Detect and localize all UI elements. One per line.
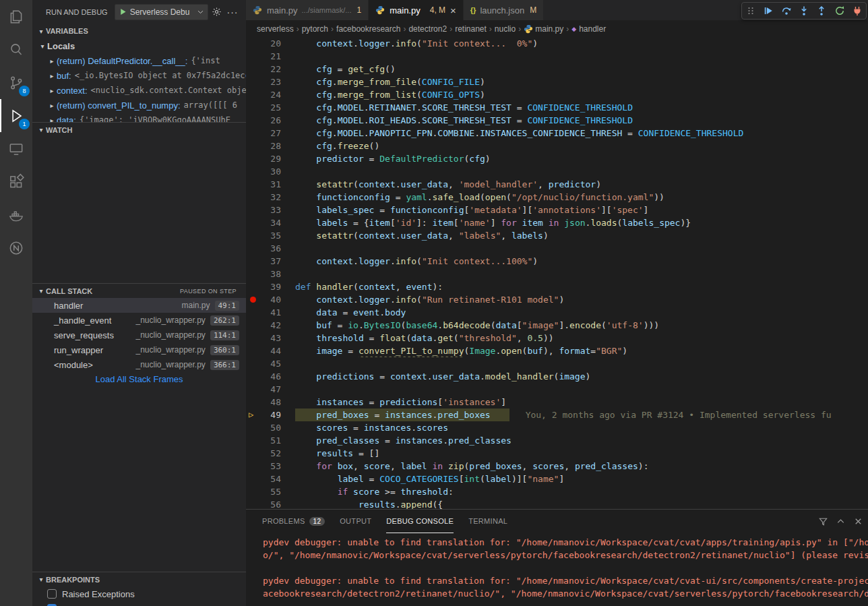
code-line[interactable]: 50 scores = instances.scores [246, 421, 868, 434]
step-over-button[interactable] [778, 3, 795, 18]
nuclio-extension-icon[interactable] [0, 231, 32, 264]
gutter-glyph-margin[interactable] [246, 370, 261, 383]
restart-button[interactable] [832, 3, 848, 18]
line-number[interactable]: 33 [261, 204, 281, 216]
gutter-glyph-margin[interactable] [246, 498, 261, 509]
gutter-glyph-margin[interactable] [246, 421, 261, 434]
code-line[interactable]: 41 data = event.body [246, 306, 868, 319]
code-line[interactable]: 31 setattr(context.user_data, 'model_han… [246, 178, 868, 191]
line-number[interactable]: 46 [261, 370, 281, 383]
line-number[interactable]: 52 [261, 447, 281, 460]
gutter-glyph-margin[interactable] [246, 229, 261, 242]
stack-frame[interactable]: serve_requests_nuclio_wrapper.py114:1 [32, 328, 246, 342]
code-line[interactable]: 55 if score >= threshold: [246, 485, 868, 498]
remote-explorer-icon[interactable] [0, 132, 32, 165]
code-line[interactable]: 39def handler(context, event): [246, 280, 868, 293]
line-number[interactable]: 55 [261, 485, 281, 498]
gutter-glyph-margin[interactable] [246, 255, 261, 268]
more-actions-icon[interactable]: ··· [224, 4, 241, 20]
code-line[interactable]: 45 [246, 357, 868, 370]
line-number[interactable]: 21 [261, 50, 281, 63]
line-number[interactable]: 22 [261, 63, 281, 75]
code-line[interactable]: 29 predictor = DefaultPredictor(cfg) [246, 152, 868, 165]
code-line[interactable]: 34 labels = {item['id']: item['name'] fo… [246, 216, 868, 229]
line-number[interactable]: 36 [261, 242, 281, 255]
variable-row[interactable]: ▸buf:<_io.BytesIO object at 0x7f5a2dc1ec… [32, 68, 246, 83]
stack-frame[interactable]: _handle_event_nuclio_wrapper.py262:1 [32, 313, 246, 328]
code-editor[interactable]: 20 context.logger.info("Init context... … [246, 37, 868, 509]
breadcrumb-item[interactable]: ◆handler [571, 24, 606, 34]
load-all-stack-frames-link[interactable]: Load All Stack Frames [32, 372, 246, 387]
line-number[interactable]: 38 [261, 268, 281, 280]
code-line[interactable]: 33 labels_spec = functionconfig['metadat… [246, 204, 868, 216]
gutter-glyph-margin[interactable] [246, 75, 261, 88]
gutter-glyph-margin[interactable] [246, 332, 261, 344]
gutter-glyph-margin[interactable] [246, 460, 261, 473]
code-line[interactable]: 52 results = [] [246, 447, 868, 460]
breakpoint-option[interactable]: ✓Uncaught Exceptions [32, 601, 246, 606]
gutter-glyph-margin[interactable] [246, 191, 261, 204]
code-line[interactable]: 23 cfg.merge_from_file(CONFIG_FILE) [246, 75, 868, 88]
code-line[interactable]: ▷49 pred_boxes = instances.pred_boxesYou… [246, 408, 868, 421]
line-number[interactable]: 27 [261, 127, 281, 140]
gutter-glyph-margin[interactable] [246, 319, 261, 332]
variables-scope-locals[interactable]: ▾Locals [32, 38, 246, 53]
gutter-glyph-margin[interactable] [246, 50, 261, 63]
tab-problems[interactable]: PROBLEMS 12 [262, 510, 325, 533]
close-icon[interactable]: × [450, 5, 456, 16]
line-number[interactable]: 20 [261, 37, 281, 50]
variable-row[interactable]: ▸(return) convert_PIL_to_numpy:array([[[… [32, 98, 246, 113]
variable-row[interactable]: ▸(return) DefaultPredictor.__call__:{'in… [32, 53, 246, 68]
search-icon[interactable] [0, 33, 32, 66]
variable-row[interactable]: ▸data:{'image': 'iVBORw0KGgoAAAANSUhE [32, 113, 246, 122]
line-number[interactable]: 48 [261, 396, 281, 408]
checkbox[interactable] [47, 589, 57, 599]
gutter-glyph-margin[interactable] [246, 447, 261, 460]
code-line[interactable]: 26 cfg.MODEL.ROI_HEADS.SCORE_THRESH_TEST… [246, 114, 868, 127]
section-header-call-stack[interactable]: ▾ CALL STACK PAUSED ON STEP [32, 283, 246, 298]
gutter-glyph-margin[interactable] [246, 88, 261, 101]
step-into-button[interactable] [796, 3, 812, 18]
gutter-glyph-margin[interactable] [246, 293, 261, 306]
disconnect-button[interactable] [849, 3, 865, 18]
line-number[interactable]: 41 [261, 306, 281, 319]
breadcrumb-item[interactable]: nuclio [495, 24, 516, 34]
breadcrumb-item[interactable]: serverless [257, 24, 294, 34]
gutter-glyph-margin[interactable] [246, 152, 261, 165]
code-line[interactable]: 56 results.append({ [246, 498, 868, 509]
line-number[interactable]: 39 [261, 280, 281, 293]
gutter-glyph-margin[interactable] [246, 396, 261, 408]
close-panel-icon[interactable] [849, 514, 867, 529]
line-number[interactable]: 42 [261, 319, 281, 332]
gutter-glyph-margin[interactable] [246, 306, 261, 319]
code-line[interactable]: 25 cfg.MODEL.RETINANET.SCORE_THRESH_TEST… [246, 101, 868, 114]
section-header-breakpoints[interactable]: ▾ BREAKPOINTS [32, 572, 246, 586]
tab-debug-console[interactable]: DEBUG CONSOLE [386, 510, 454, 533]
section-header-variables[interactable]: ▾ VARIABLES [32, 24, 246, 38]
drag-handle-icon[interactable] [743, 3, 759, 18]
line-number[interactable]: 40 [261, 293, 281, 306]
code-line[interactable]: 38 [246, 268, 868, 280]
gear-icon[interactable] [208, 4, 224, 20]
code-line[interactable]: 44 image = convert_PIL_to_numpy(Image.op… [246, 344, 868, 357]
line-number[interactable]: 44 [261, 344, 281, 357]
gutter-glyph-margin[interactable] [246, 127, 261, 140]
breakpoint-option[interactable]: Raised Exceptions [32, 586, 246, 601]
gutter-glyph-margin[interactable] [246, 204, 261, 216]
breadcrumb-item[interactable]: retinanet [455, 24, 487, 34]
line-number[interactable]: 32 [261, 191, 281, 204]
line-number[interactable]: 31 [261, 178, 281, 191]
gutter-glyph-margin[interactable] [246, 473, 261, 485]
maximize-panel-icon[interactable] [832, 514, 849, 529]
gutter-glyph-margin[interactable] [246, 485, 261, 498]
tab-terminal[interactable]: TERMINAL [468, 510, 507, 533]
code-line[interactable]: 43 threshold = float(data.get("threshold… [246, 332, 868, 344]
code-line[interactable]: 36 [246, 242, 868, 255]
gutter-glyph-margin[interactable] [246, 178, 261, 191]
filter-icon[interactable] [814, 514, 832, 529]
gutter-glyph-margin[interactable] [246, 101, 261, 114]
run-and-debug-icon[interactable]: 1 [0, 99, 32, 132]
gutter-glyph-margin[interactable] [246, 434, 261, 447]
gutter-glyph-margin[interactable] [246, 140, 261, 152]
stack-frame[interactable]: run_wrapper_nuclio_wrapper.py360:1 [32, 342, 246, 357]
